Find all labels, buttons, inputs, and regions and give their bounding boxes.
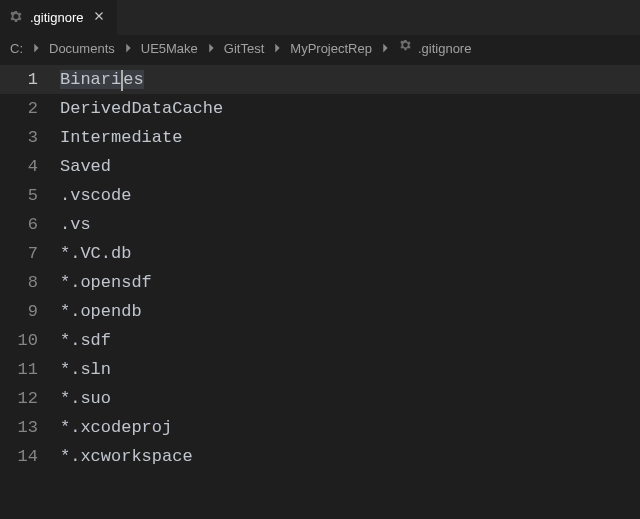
editor-area[interactable]: 1Binaries2DerivedDataCache3Intermediate4… xyxy=(0,61,640,471)
line-number: 12 xyxy=(0,389,60,408)
line-number: 13 xyxy=(0,418,60,437)
editor-line[interactable]: 3Intermediate xyxy=(0,123,640,152)
tab-bar: .gitignore xyxy=(0,0,640,35)
chevron-right-icon xyxy=(29,41,43,55)
line-number: 9 xyxy=(0,302,60,321)
chevron-right-icon xyxy=(270,41,284,55)
line-number: 6 xyxy=(0,215,60,234)
line-number: 14 xyxy=(0,447,60,466)
breadcrumb-filename: .gitignore xyxy=(418,41,471,56)
breadcrumb-item[interactable]: UE5Make xyxy=(141,41,198,56)
editor-line[interactable]: 8*.opensdf xyxy=(0,268,640,297)
line-content[interactable]: .vscode xyxy=(60,186,131,205)
breadcrumb-file[interactable]: .gitignore xyxy=(398,39,471,57)
line-content[interactable]: *.xcodeproj xyxy=(60,418,172,437)
chevron-right-icon xyxy=(121,41,135,55)
breadcrumb-item[interactable]: GitTest xyxy=(224,41,264,56)
line-content[interactable]: *.opendb xyxy=(60,302,142,321)
gear-icon xyxy=(398,39,413,57)
line-number: 4 xyxy=(0,157,60,176)
line-content[interactable]: Saved xyxy=(60,157,111,176)
editor-line[interactable]: 6.vs xyxy=(0,210,640,239)
line-number: 10 xyxy=(0,331,60,350)
line-number: 5 xyxy=(0,186,60,205)
line-content[interactable]: *.sdf xyxy=(60,331,111,350)
line-number: 7 xyxy=(0,244,60,263)
line-content[interactable]: *.VC.db xyxy=(60,244,131,263)
line-content[interactable]: Intermediate xyxy=(60,128,182,147)
editor-line[interactable]: 2DerivedDataCache xyxy=(0,94,640,123)
line-content[interactable]: *.sln xyxy=(60,360,111,379)
line-content[interactable]: Binaries xyxy=(60,70,144,89)
line-number: 11 xyxy=(0,360,60,379)
line-content[interactable]: .vs xyxy=(60,215,91,234)
editor-line[interactable]: 7*.VC.db xyxy=(0,239,640,268)
line-content[interactable]: *.opensdf xyxy=(60,273,152,292)
tab-label: .gitignore xyxy=(30,10,83,25)
line-content[interactable]: DerivedDataCache xyxy=(60,99,223,118)
editor-line[interactable]: 1Binaries xyxy=(0,65,640,94)
editor-line[interactable]: 11*.sln xyxy=(0,355,640,384)
editor-line[interactable]: 12*.suo xyxy=(0,384,640,413)
line-content[interactable]: *.xcworkspace xyxy=(60,447,193,466)
line-number: 1 xyxy=(0,70,60,89)
breadcrumb-item[interactable]: Documents xyxy=(49,41,115,56)
line-number: 8 xyxy=(0,273,60,292)
editor-line[interactable]: 4Saved xyxy=(0,152,640,181)
tab-gitignore[interactable]: .gitignore xyxy=(0,0,118,35)
editor-line[interactable]: 10*.sdf xyxy=(0,326,640,355)
line-content[interactable]: *.suo xyxy=(60,389,111,408)
chevron-right-icon xyxy=(378,41,392,55)
editor-line[interactable]: 5.vscode xyxy=(0,181,640,210)
editor-line[interactable]: 14*.xcworkspace xyxy=(0,442,640,471)
breadcrumb[interactable]: C: Documents UE5Make GitTest MyProjectRe… xyxy=(0,35,640,61)
breadcrumb-item[interactable]: C: xyxy=(10,41,23,56)
editor-line[interactable]: 9*.opendb xyxy=(0,297,640,326)
line-number: 3 xyxy=(0,128,60,147)
editor-line[interactable]: 13*.xcodeproj xyxy=(0,413,640,442)
line-number: 2 xyxy=(0,99,60,118)
gear-icon xyxy=(8,10,24,26)
chevron-right-icon xyxy=(204,41,218,55)
close-icon[interactable] xyxy=(89,9,109,27)
breadcrumb-item[interactable]: MyProjectRep xyxy=(290,41,372,56)
